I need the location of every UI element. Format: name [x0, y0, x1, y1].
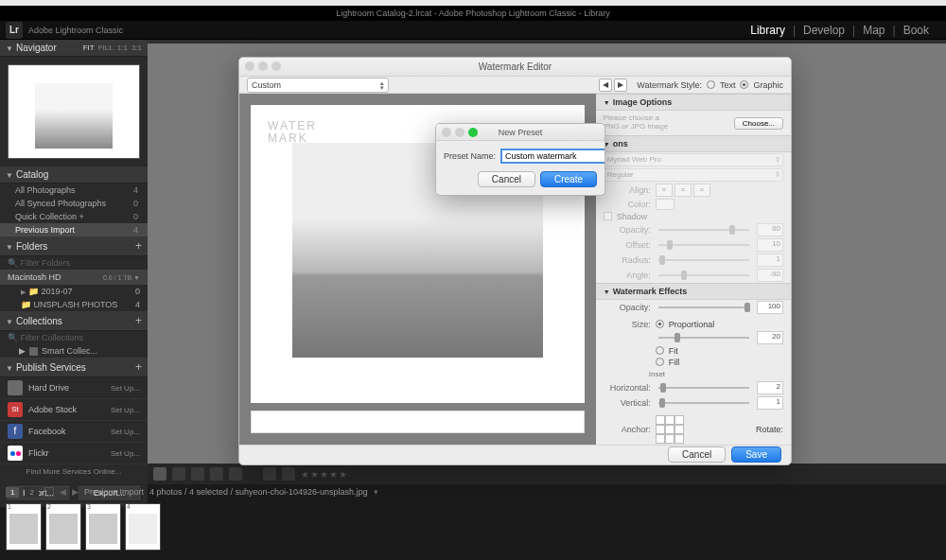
publish-adobe-stock[interactable]: StAdobe StockSet Up...: [0, 399, 148, 421]
font-select[interactable]: Myriad Web Pro◊: [604, 153, 783, 166]
thumb-2[interactable]: 2: [45, 503, 81, 551]
inset-v-slider[interactable]: [658, 402, 749, 404]
people-view-icon[interactable]: [229, 467, 242, 481]
preset-name-input[interactable]: [500, 149, 605, 164]
app-name: Adobe Lightroom Classic: [28, 26, 123, 35]
modal-zoom-icon[interactable]: [468, 128, 478, 137]
nav-back-icon[interactable]: ◀: [60, 487, 66, 497]
watermark-text-input[interactable]: [251, 411, 585, 433]
preset-create-button[interactable]: Create: [540, 171, 597, 187]
prev-photo-button[interactable]: ◀: [599, 79, 612, 92]
filmstrip[interactable]: 1 2 3 4: [0, 499, 946, 554]
loupe-view-icon[interactable]: [172, 467, 185, 481]
nav-3-1[interactable]: 3:1: [131, 44, 142, 52]
compare-view-icon[interactable]: [191, 467, 204, 481]
survey-view-icon[interactable]: [210, 467, 223, 481]
minimize-icon[interactable]: [258, 61, 268, 71]
folder-item-1[interactable]: 📁 UNSPLASH PHOTOS4: [0, 298, 148, 311]
module-develop[interactable]: Develop: [796, 24, 852, 37]
anchor-grid[interactable]: [656, 415, 684, 444]
smart-collections[interactable]: ▶Smart Collec...: [0, 344, 148, 358]
preset-cancel-button[interactable]: Cancel: [478, 171, 535, 187]
collections-header[interactable]: ▼Collections+: [0, 311, 148, 331]
watermark-editor-dialog: Watermark Editor Custom▴▾ ◀▶ Watermark S…: [238, 57, 792, 465]
find-more-services[interactable]: Find More Services Online...: [0, 464, 148, 479]
publish-flickr[interactable]: FlickrSet Up...: [0, 443, 148, 464]
painter-icon[interactable]: [263, 467, 276, 481]
rating-stars[interactable]: ★★★★★: [301, 469, 348, 480]
filmstrip-dropdown-icon[interactable]: ▾: [374, 487, 378, 497]
filmstrip-source[interactable]: Previous Import: [84, 487, 144, 497]
modal-min-icon[interactable]: [455, 128, 464, 137]
module-map[interactable]: Map: [855, 24, 892, 37]
wm-opacity-slider[interactable]: [658, 306, 749, 308]
module-book[interactable]: Book: [896, 24, 937, 37]
size-slider[interactable]: [658, 337, 749, 339]
grid-icon[interactable]: [44, 487, 54, 497]
nav-fill[interactable]: FILL: [98, 44, 114, 52]
filmstrip-info: 4 photos / 4 selected / suhyeon-choi-104…: [149, 487, 368, 497]
grid-view-icon[interactable]: [153, 467, 166, 481]
nav-fit[interactable]: FIT: [83, 44, 95, 52]
module-picker-bar: Lr Adobe Lightroom Classic Library| Deve…: [0, 21, 946, 40]
choose-image-button[interactable]: Choose...: [734, 117, 783, 130]
navigator-preview[interactable]: [0, 57, 148, 166]
image-options-header[interactable]: ▼Image Options: [596, 94, 791, 111]
text-color-swatch[interactable]: [656, 199, 674, 210]
new-preset-dialog: New Preset Preset Name: Cancel Create: [435, 123, 605, 196]
navigator-header[interactable]: ▼Navigator FIT FILL 1:1 3:1: [0, 40, 148, 57]
catalog-synced[interactable]: All Synced Photographs0: [0, 197, 148, 210]
thumb-4[interactable]: 4: [125, 503, 161, 551]
collections-filter[interactable]: 🔍 Filter Collections: [0, 331, 148, 344]
sort-icon[interactable]: [282, 467, 295, 481]
text-options-header[interactable]: ▼ons: [596, 135, 791, 152]
monitor-2[interactable]: 2: [25, 487, 38, 498]
folder-filter[interactable]: 🔍 Filter Folders: [0, 256, 148, 270]
close-icon[interactable]: [245, 61, 254, 71]
shadow-offset-slider[interactable]: [658, 244, 749, 246]
style-graphic-radio[interactable]: [740, 80, 748, 89]
image-placeholder-text: Please choose aPNG or JPG image: [604, 114, 668, 131]
size-fill-radio[interactable]: [656, 358, 664, 366]
size-proportional-radio[interactable]: [656, 320, 664, 328]
watermark-effects-header[interactable]: ▼Watermark Effects: [596, 283, 791, 300]
catalog-quick[interactable]: Quick Collection +0: [0, 210, 148, 223]
size-fit-radio[interactable]: [656, 346, 664, 355]
align-right-icon[interactable]: ≡: [693, 184, 710, 197]
align-left-icon[interactable]: ≡: [656, 184, 673, 197]
catalog-header[interactable]: ▼Catalog: [0, 166, 148, 184]
modal-close-icon[interactable]: [442, 128, 451, 137]
wm-save-button[interactable]: Save: [731, 446, 781, 463]
folder-drive[interactable]: Macintosh HD0.6 / 1 TB ▼: [0, 270, 148, 285]
left-panel: ▼Navigator FIT FILL 1:1 3:1 ▼Catalog All…: [0, 40, 148, 484]
wm-cancel-button[interactable]: Cancel: [668, 446, 726, 463]
app-brand: Lr Adobe Lightroom Classic: [6, 22, 123, 39]
publish-header[interactable]: ▼Publish Services+: [0, 358, 148, 377]
zoom-icon[interactable]: [272, 61, 281, 71]
folders-header[interactable]: ▼Folders+: [0, 236, 148, 256]
nav-1-1[interactable]: 1:1: [117, 44, 128, 52]
align-center-icon[interactable]: ≡: [674, 184, 692, 197]
nav-fwd-icon[interactable]: ▶: [72, 487, 79, 497]
next-photo-button[interactable]: ▶: [614, 79, 627, 92]
lr-logo-icon: Lr: [6, 22, 23, 39]
catalog-previous-import[interactable]: Previous Import4: [0, 223, 148, 236]
shadow-opacity-slider[interactable]: [658, 229, 749, 231]
thumb-3[interactable]: 3: [85, 503, 121, 551]
weight-select[interactable]: Regular◊: [604, 168, 783, 182]
shadow-radius-slider[interactable]: [658, 259, 749, 261]
shadow-angle-slider[interactable]: [658, 274, 749, 276]
inset-h-slider[interactable]: [658, 387, 749, 389]
center-toolbar: ★★★★★: [148, 464, 946, 484]
module-library[interactable]: Library: [743, 24, 793, 37]
monitor-1[interactable]: 1: [6, 487, 19, 498]
catalog-all-photos[interactable]: All Photographs4: [0, 184, 148, 197]
thumb-1[interactable]: 1: [6, 503, 42, 551]
publish-hard-drive[interactable]: Hard DriveSet Up...: [0, 377, 148, 399]
publish-facebook[interactable]: fFacebookSet Up...: [0, 421, 148, 443]
wm-style-label: Watermark Style:: [637, 80, 702, 90]
shadow-checkbox[interactable]: [604, 212, 612, 220]
style-text-radio[interactable]: [707, 80, 715, 89]
preset-dropdown[interactable]: Custom▴▾: [247, 78, 389, 93]
folder-item-0[interactable]: ▶📁 2019-070: [0, 285, 148, 298]
